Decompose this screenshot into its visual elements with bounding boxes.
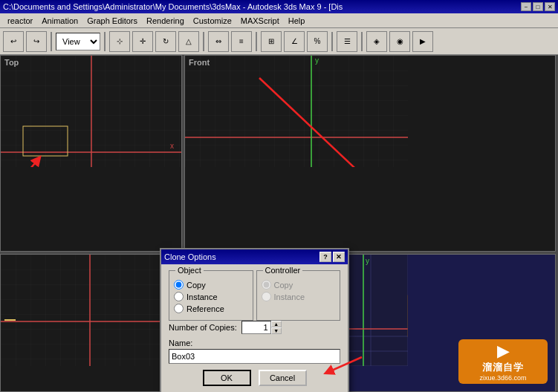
name-row: Name: — [169, 339, 340, 364]
svg-text:y: y — [366, 257, 369, 265]
clone-options-dialog: Clone Options ? ✕ Object Copy — [160, 248, 349, 392]
menu-maxscript[interactable]: MAXScript — [236, 15, 284, 27]
menu-help[interactable]: Help — [284, 15, 310, 27]
ctrl-copy-radio-row: Copy — [262, 280, 336, 290]
redo-button[interactable]: ↪ — [26, 31, 47, 52]
ctrl-instance-label: Instance — [274, 293, 305, 301]
menu-reactor[interactable]: reactor — [3, 15, 37, 27]
viewport-top[interactable]: x Top — [0, 55, 182, 252]
rotate-button[interactable]: ↻ — [155, 31, 176, 52]
angle-snap-button[interactable]: ∠ — [284, 31, 305, 52]
controller-group: Controller Copy Instance — [256, 270, 341, 321]
ctrl-copy-radio[interactable] — [262, 280, 271, 290]
top-grid: x — [1, 56, 182, 167]
reference-radio[interactable] — [174, 304, 184, 313]
copies-input[interactable] — [241, 321, 271, 334]
cancel-button[interactable]: Cancel — [259, 370, 307, 386]
copies-spinner: ▲ ▼ — [241, 321, 282, 334]
minimize-button[interactable]: − — [521, 2, 531, 11]
toolbar-sep-3 — [203, 32, 204, 51]
copies-label: Number of Copies: — [169, 323, 237, 332]
viewport-front[interactable]: y x Front — [184, 55, 556, 252]
groups-row: Object Copy Instance Reference — [169, 270, 340, 321]
menubar: reactor Animation Graph Editors Renderin… — [0, 13, 558, 28]
reference-label[interactable]: Reference — [186, 304, 224, 313]
dialog-title: Clone Options — [164, 252, 216, 261]
ok-arrow-svg — [317, 353, 377, 376]
material-editor-button[interactable]: ◈ — [366, 31, 387, 52]
svg-rect-13 — [1, 255, 182, 366]
menu-graph-editors[interactable]: Graph Editors — [82, 15, 142, 27]
spinner-buttons: ▲ ▼ — [271, 321, 282, 334]
svg-line-36 — [328, 357, 362, 372]
ok-button[interactable]: OK — [203, 370, 251, 386]
dialog-actions: OK Cancel — [169, 370, 340, 386]
move-button[interactable]: ✛ — [132, 31, 153, 52]
named-sel-button[interactable]: ☰ — [337, 31, 357, 52]
menu-customize[interactable]: Customize — [189, 15, 236, 27]
percent-snap-button[interactable]: % — [307, 31, 328, 52]
watermark: ▶ 溜溜自学 zixue.3d66.com — [458, 339, 548, 384]
viewport-front-label: Front — [189, 58, 210, 67]
name-label: Name: — [169, 339, 340, 347]
instance-radio-row: Instance — [174, 292, 248, 301]
reference-radio-row: Reference — [174, 304, 248, 313]
select-button[interactable]: ⊹ — [109, 31, 130, 52]
dialog-title-buttons: ? ✕ — [319, 252, 345, 262]
view-dropdown[interactable]: View — [56, 33, 100, 50]
dialog-titlebar: Clone Options ? ✕ — [161, 249, 348, 264]
toolbar: ↩ ↪ View ⊹ ✛ ↻ △ ⇔ ≡ ⊞ ∠ % ☰ ◈ ◉ ▶ — [0, 28, 558, 55]
name-input[interactable] — [169, 349, 340, 364]
front-grid: y x — [185, 56, 408, 167]
render-button[interactable]: ◉ — [389, 31, 410, 52]
instance-label[interactable]: Instance — [186, 293, 218, 301]
controller-group-label: Controller — [263, 266, 303, 275]
menu-rendering[interactable]: Rendering — [142, 15, 189, 27]
toolbar-sep-2 — [104, 32, 106, 51]
watermark-url: zixue.3d66.com — [479, 374, 526, 382]
watermark-icon: ▶ — [497, 342, 510, 361]
instance-radio[interactable] — [174, 292, 184, 301]
undo-button[interactable]: ↩ — [3, 31, 24, 52]
dialog-body: Object Copy Instance Reference — [161, 264, 348, 392]
spinner-up-button[interactable]: ▲ — [271, 321, 282, 327]
menu-animation[interactable]: Animation — [37, 15, 82, 27]
dialog-close-button[interactable]: ✕ — [333, 252, 345, 262]
align-button[interactable]: ≡ — [231, 31, 252, 52]
toolbar-sep-4 — [256, 32, 257, 51]
dialog-help-button[interactable]: ? — [319, 252, 331, 262]
viewport-left[interactable] — [0, 254, 182, 392]
viewports: x Top — [0, 55, 558, 392]
maximize-button[interactable]: □ — [533, 2, 543, 11]
spinner-down-button[interactable]: ▼ — [271, 327, 282, 334]
watermark-brand: 溜溜自学 — [482, 361, 524, 374]
object-group: Object Copy Instance Reference — [169, 270, 253, 321]
mirror-button[interactable]: ⇔ — [208, 31, 229, 52]
titlebar-buttons: − □ ✕ — [521, 2, 555, 11]
app-window: C:\Documents and Settings\Administrator\… — [0, 0, 558, 392]
titlebar-text: C:\Documents and Settings\Administrator\… — [3, 2, 343, 11]
ctrl-instance-radio[interactable] — [262, 292, 271, 301]
svg-text:x: x — [170, 142, 174, 150]
object-group-label: Object — [175, 266, 204, 275]
copy-label[interactable]: Copy — [186, 281, 206, 290]
toolbar-sep-6 — [361, 32, 363, 51]
ctrl-copy-label: Copy — [274, 281, 293, 290]
titlebar: C:\Documents and Settings\Administrator\… — [0, 0, 558, 13]
scale-button[interactable]: △ — [178, 31, 199, 52]
toolbar-sep-5 — [331, 32, 333, 51]
svg-text:y: y — [315, 56, 319, 65]
quick-render-button[interactable]: ▶ — [412, 31, 433, 52]
copy-radio[interactable] — [174, 280, 184, 290]
toolbar-sep-1 — [51, 32, 52, 51]
copies-row: Number of Copies: ▲ ▼ — [169, 321, 340, 334]
viewport-top-label: Top — [4, 58, 19, 67]
left-grid — [1, 255, 182, 366]
copy-radio-row: Copy — [174, 280, 248, 290]
ctrl-instance-radio-row: Instance — [262, 292, 336, 301]
close-button[interactable]: ✕ — [545, 2, 555, 11]
svg-rect-6 — [185, 56, 408, 167]
snap-button[interactable]: ⊞ — [261, 31, 282, 52]
